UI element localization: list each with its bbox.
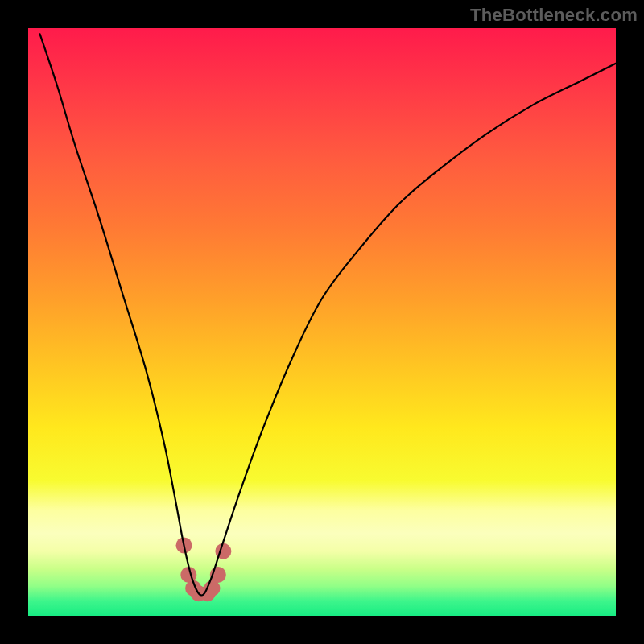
watermark-text: TheBottleneck.com <box>470 5 638 26</box>
plot-area <box>28 28 616 616</box>
outer-frame: TheBottleneck.com <box>0 0 644 644</box>
bottleneck-curve <box>40 34 616 595</box>
chart-canvas <box>28 28 616 616</box>
